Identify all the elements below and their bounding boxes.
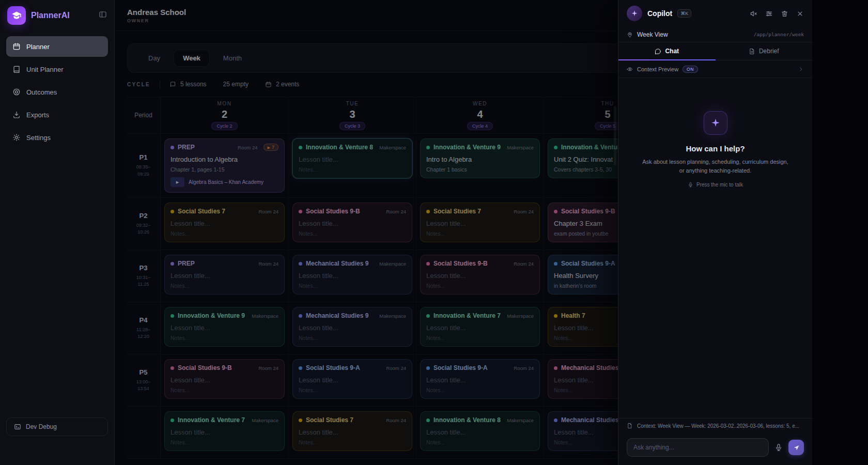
context-path: /app/planner/week — [754, 32, 804, 37]
room-label: Room 24 — [258, 261, 278, 267]
day-header-mon[interactable]: MON2Cycle 2 — [161, 97, 288, 133]
gear-icon — [12, 133, 21, 142]
day-of-week: WED — [473, 101, 487, 106]
mute-button[interactable] — [750, 10, 757, 18]
subject-label: PREP — [178, 144, 234, 151]
sidebar-item-label: Unit Planner — [26, 66, 64, 73]
lesson-card[interactable]: Social Studies 9-ARoom 24Lesson title...… — [420, 359, 540, 399]
day-header-tue[interactable]: TUE3Cycle 3 — [288, 97, 416, 133]
lesson-card[interactable]: Innovation & Venture 7MakerspaceLesson t… — [420, 307, 540, 347]
tab-debrief[interactable]: Debrief — [716, 42, 813, 60]
view-tab-day[interactable]: Day — [139, 50, 169, 67]
copilot-header: Copilot ⌘K — [618, 0, 812, 27]
cycle-badge: Cycle 3 — [339, 122, 365, 130]
sparkle-icon — [631, 10, 638, 17]
subject-dot — [554, 366, 557, 370]
lesson-title: Lesson title... — [299, 156, 406, 163]
subject-dot — [426, 210, 430, 213]
lesson-card[interactable]: Innovation & Venture 8MakerspaceLesson t… — [420, 411, 540, 451]
dev-debug-icon — [14, 423, 21, 430]
lesson-title: Lesson title... — [426, 272, 534, 280]
lesson-card[interactable]: Innovation & Venture 7MakerspaceLesson t… — [164, 411, 285, 451]
tab-chat[interactable]: Chat — [618, 42, 716, 60]
sidebar-item-exports[interactable]: Exports — [6, 104, 108, 125]
room-label: Room 24 — [386, 417, 406, 423]
view-tab-month[interactable]: Month — [214, 50, 251, 67]
subject-dot — [171, 314, 174, 318]
room-label: Makerspace — [507, 145, 534, 150]
sidebar-item-outcomes[interactable]: Outcomes — [6, 82, 108, 102]
subject-dot — [299, 262, 302, 266]
lesson-notes: Notes... — [426, 230, 534, 237]
period-id: P3 — [140, 264, 148, 272]
lessons-count: 5 lessons — [169, 81, 207, 88]
day-header-wed[interactable]: WED4Cycle 4 — [416, 97, 544, 133]
mic-button[interactable] — [774, 443, 783, 452]
subject-dot — [171, 419, 174, 422]
lesson-card[interactable]: Social Studies 9-BRoom 24Lesson title...… — [420, 255, 540, 295]
sidebar-item-unit-planner[interactable]: Unit Planner — [6, 59, 108, 80]
cycle-badge: Cycle 5 — [595, 122, 621, 130]
lesson-card[interactable]: Mechanical Studies 9MakerspaceLesson tit… — [292, 255, 412, 295]
copilot-input-row — [618, 433, 812, 465]
lesson-card[interactable]: Social Studies 9-BRoom 24Lesson title...… — [164, 359, 285, 399]
subject-label: Social Studies 9-B — [306, 208, 382, 215]
period-label: P411:28–12:20 — [127, 302, 161, 354]
video-count-badge: ▶7 — [264, 144, 278, 151]
lesson-title: Lesson title... — [171, 428, 278, 436]
room-label: Room 24 — [514, 209, 534, 214]
period-time: 10:31–11:25 — [136, 274, 151, 288]
book-icon — [12, 65, 21, 73]
subject-label: Innovation & Venture 9 — [433, 144, 503, 151]
send-button[interactable] — [788, 440, 804, 455]
video-link-label: Algebra Basics – Khan Academy — [189, 179, 264, 185]
copilot-settings-button[interactable] — [765, 10, 773, 18]
subject-label: Mechanical Studies 9 — [306, 260, 376, 267]
clear-chat-button[interactable] — [781, 10, 788, 18]
play-icon: ▶ — [268, 146, 270, 149]
room-label: Makerspace — [379, 145, 406, 150]
close-copilot-button[interactable] — [796, 10, 804, 18]
lesson-card[interactable]: PREPRoom 24Lesson title...Notes... — [164, 255, 285, 295]
empty-state-title: How can I help? — [686, 144, 745, 153]
lesson-card[interactable]: Social Studies 7Room 24Lesson title...No… — [292, 411, 412, 451]
sidebar-item-planner[interactable]: Planner — [6, 36, 108, 57]
lesson-card[interactable]: Innovation & Venture 9MakerspaceLesson t… — [164, 307, 285, 347]
lesson-card[interactable]: Social Studies 9-BRoom 24Lesson title...… — [292, 203, 412, 242]
copilot-tabs: Chat Debrief — [618, 42, 812, 60]
subject-dot — [554, 146, 557, 149]
video-link[interactable]: ▶Algebra Basics – Khan Academy — [171, 177, 278, 187]
subject-dot — [554, 419, 557, 422]
lesson-title: Lesson title... — [299, 376, 406, 384]
period-label: P108:35–09:29 — [127, 134, 161, 197]
panel-collapse-icon — [99, 10, 107, 19]
lesson-notes: Notes... — [426, 283, 534, 289]
send-icon — [793, 444, 800, 451]
video-thumbnail: ▶ — [171, 177, 184, 187]
lesson-notes: Notes... — [299, 439, 406, 445]
period-label: P513:00–13:54 — [127, 354, 161, 406]
subject-dot — [299, 314, 302, 318]
lesson-card[interactable]: Innovation & Venture 8MakerspaceLesson t… — [292, 138, 412, 178]
context-preview-row[interactable]: Context Preview ON — [618, 60, 812, 78]
view-switcher: DayWeekMonth — [139, 50, 251, 67]
lesson-card[interactable]: Social Studies 9-ARoom 24Lesson title...… — [292, 359, 412, 399]
copilot-input[interactable] — [627, 438, 769, 457]
sidebar-collapse-button[interactable] — [99, 10, 107, 21]
subject-dot — [299, 366, 302, 370]
lesson-card[interactable]: Social Studies 7Room 24Lesson title...No… — [164, 203, 285, 242]
lesson-card[interactable]: Innovation & Venture 9MakerspaceIntro to… — [420, 138, 540, 178]
lesson-card[interactable]: Social Studies 7Room 24Lesson title...No… — [420, 203, 540, 242]
lesson-notes: Notes... — [171, 335, 278, 341]
sidebar-item-settings[interactable]: Settings — [6, 127, 108, 148]
room-label: Room 24 — [238, 145, 258, 150]
dev-debug-button[interactable]: Dev Debug — [6, 417, 108, 436]
period-time: 13:00–13:54 — [136, 379, 151, 392]
lesson-card[interactable]: PREPRoom 24▶7Introduction to AlgebraChap… — [164, 138, 285, 193]
lesson-card[interactable]: Mechanical Studies 9MakerspaceLesson tit… — [292, 307, 412, 347]
subject-dot — [426, 146, 430, 149]
scrollbar-thumb[interactable] — [614, 106, 616, 165]
view-tab-week[interactable]: Week — [174, 50, 210, 67]
copilot-title: Copilot — [647, 9, 672, 18]
lesson-notes: Notes... — [171, 230, 278, 237]
